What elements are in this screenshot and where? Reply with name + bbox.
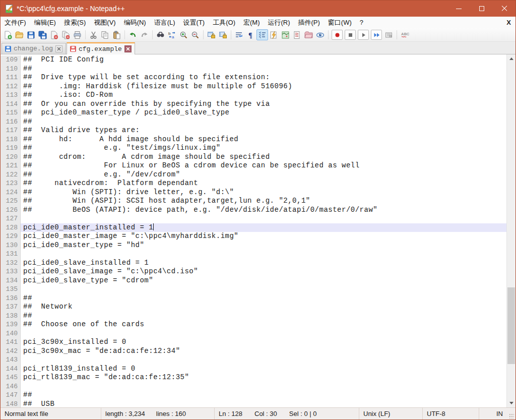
scroll-down-button[interactable] [507, 399, 515, 407]
code-line[interactable]: 141 pci_3c90x_installed = 0 [1, 338, 506, 347]
code-line[interactable]: 129 pci_ide0_master_image = "c:\ppc4\myh… [1, 232, 506, 241]
resize-grip[interactable] [509, 413, 514, 418]
vertical-scrollbar[interactable] [506, 54, 515, 407]
code-line[interactable]: 117 ## Valid drive types are: [1, 126, 506, 135]
menu-item[interactable]: 文件(F) [1, 17, 30, 28]
zoom-in-button[interactable] [178, 29, 189, 40]
replace-button[interactable]: ba [166, 29, 178, 40]
code-line[interactable]: 146 [1, 382, 506, 391]
code-line[interactable]: 136 ## [1, 294, 506, 303]
macro-run-multiple-button[interactable] [371, 30, 382, 40]
menu-item[interactable]: ? [356, 17, 367, 28]
copy-button[interactable] [99, 29, 111, 40]
code-line[interactable]: 124 ## Win (SPTI): drive letter, e.g. "d… [1, 188, 506, 197]
maximize-button[interactable] [470, 1, 493, 17]
menu-item[interactable]: 搜索(S) [60, 17, 90, 28]
menu-item[interactable]: 工具(O) [209, 17, 239, 28]
menu-item[interactable]: 设置(T) [179, 17, 209, 28]
code-line[interactable]: 143 [1, 355, 506, 365]
code-line[interactable]: 118 ## hd: A hdd image should be specifi… [1, 135, 506, 144]
menu-item[interactable]: 宏(M) [239, 17, 264, 28]
folder-as-workspace-button[interactable] [303, 29, 314, 40]
menu-bar-close-button[interactable]: X [502, 19, 515, 26]
show-indent-guide-button[interactable] [256, 29, 268, 40]
menu-item[interactable]: 插件(P) [294, 17, 324, 28]
macro-save-button[interactable] [383, 29, 395, 40]
code-line[interactable]: 130 pci_ide0_master_type = "hd" [1, 241, 506, 250]
code-line[interactable]: 111 ## Drive type will be set according … [1, 73, 506, 82]
code-line[interactable]: 119 ## e.g. "test/imgs/linux.img" [1, 144, 506, 153]
menu-item[interactable]: 窗口(W) [324, 17, 356, 28]
macro-record-button[interactable] [332, 30, 343, 40]
udl-dialog-button[interactable] [268, 29, 280, 40]
find-button[interactable] [155, 29, 166, 40]
tab-close-button[interactable] [124, 45, 132, 52]
code-line[interactable]: 110 ## [1, 65, 506, 74]
code-line[interactable]: 132 pci_ide0_slave_installed = 1 [1, 259, 506, 268]
menu-item[interactable]: 运行(R) [264, 17, 294, 28]
code-line[interactable]: 126 ## BeOS (ATAPI): device path, e.g. "… [1, 206, 506, 215]
menu-item[interactable]: 视图(V) [90, 17, 119, 28]
code-line[interactable]: 147 ## [1, 391, 506, 400]
spell-check-button[interactable]: ABC [399, 29, 411, 40]
menu-item[interactable]: 编辑(E) [30, 17, 60, 28]
code-line[interactable]: 142 pci_3c90x_mac = "de:ad:ca:fe:12:34" [1, 347, 506, 356]
macro-play-button[interactable] [358, 30, 369, 40]
sync-horizontal-scroll-button[interactable] [217, 29, 229, 40]
status-eol-format[interactable]: Unix (LF) [359, 408, 423, 419]
sync-vertical-scroll-button[interactable] [206, 29, 217, 40]
code-line[interactable]: 122 ## e.g. "/dev/cdrom" [1, 170, 506, 179]
tab-close-button[interactable] [55, 45, 62, 52]
word-wrap-button[interactable] [233, 29, 245, 40]
menu-item[interactable]: 编码(N) [120, 17, 150, 28]
scrollbar-thumb[interactable] [507, 287, 515, 364]
close-file-button[interactable] [48, 29, 60, 40]
status-encoding[interactable]: UTF-8 [423, 408, 479, 419]
document-map-button[interactable] [280, 29, 291, 40]
code-line[interactable]: 135 [1, 285, 506, 294]
code-line[interactable]: 145 pci_rtl8139_mac = "de:ad:ca:fe:12:35… [1, 373, 506, 382]
undo-button[interactable] [127, 29, 139, 40]
code-line[interactable]: 114 ## Or you can override this by speci… [1, 100, 506, 109]
status-typing-mode[interactable]: IN [479, 408, 509, 419]
file-monitoring-button[interactable] [314, 29, 326, 40]
save-button[interactable] [25, 29, 37, 40]
code-line[interactable]: 144 pci_rtl8139_installed = 0 [1, 365, 506, 374]
code-line[interactable]: 131 [1, 250, 506, 259]
print-button[interactable] [72, 29, 83, 40]
menu-item[interactable]: 语言(L) [150, 17, 179, 28]
code-line[interactable]: 125 ## Win (ASPI): SCSI host adapter,tar… [1, 197, 506, 206]
code-line[interactable]: 109 ## PCI IDE Config [1, 55, 506, 65]
code-line[interactable]: 140 [1, 329, 506, 338]
code-line[interactable]: 133 pci_ide0_slave_image = "c:\ppc4\cd.i… [1, 267, 506, 276]
code-line[interactable]: 121 ## For Linux or BeOS a cdrom device … [1, 161, 506, 170]
close-all-button[interactable] [60, 29, 72, 40]
zoom-out-button[interactable] [189, 29, 201, 40]
code-line[interactable]: 112 ## .img: Harddisk (filesize must be … [1, 82, 506, 91]
cut-button[interactable] [88, 29, 99, 40]
code-line[interactable]: 116 ## [1, 117, 506, 127]
code-line[interactable]: 113 ## .iso: CD-Rom [1, 91, 506, 100]
document-tab[interactable]: cfg.example [67, 42, 135, 54]
close-button[interactable] [493, 1, 515, 17]
document-list-button[interactable] [291, 29, 303, 40]
code-line[interactable]: 138 ## [1, 312, 506, 321]
save-all-button[interactable] [37, 29, 48, 40]
code-line[interactable]: 128 pci_ide0_master_installed = 1 [1, 223, 506, 232]
title-bar[interactable]: *C:\ppc4\cfg.example - Notepad++ [1, 1, 515, 17]
scroll-up-button[interactable] [507, 54, 515, 63]
minimize-button[interactable] [447, 1, 470, 17]
code-line[interactable]: 134 pci_ide0_slave_type = "cdrom" [1, 276, 506, 285]
code-line[interactable]: 137 ## Network [1, 303, 506, 312]
code-line[interactable]: 115 ## pci_ide0_master_type / pci_ide0_s… [1, 108, 506, 117]
paste-button[interactable] [111, 29, 122, 40]
show-all-characters-button[interactable]: ¶ [245, 29, 256, 40]
code-line[interactable]: 120 ## cdrom: A cdrom image should be sp… [1, 153, 506, 162]
redo-button[interactable] [139, 29, 150, 40]
document-tab[interactable]: change.log [2, 43, 66, 54]
editor-area[interactable]: 109 ## PCI IDE Config 110 ## 111 ## Driv… [1, 54, 515, 407]
macro-stop-button[interactable] [345, 30, 356, 40]
code-line[interactable]: 127 [1, 214, 506, 223]
open-file-button[interactable] [14, 29, 25, 40]
new-file-button[interactable] [2, 29, 14, 40]
